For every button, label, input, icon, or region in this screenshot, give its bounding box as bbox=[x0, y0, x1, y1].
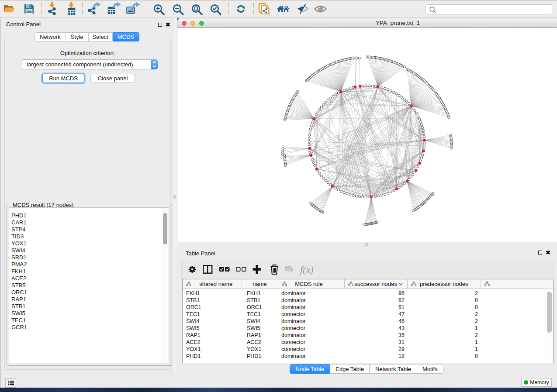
svg-text:f(x): f(x) bbox=[300, 264, 314, 275]
